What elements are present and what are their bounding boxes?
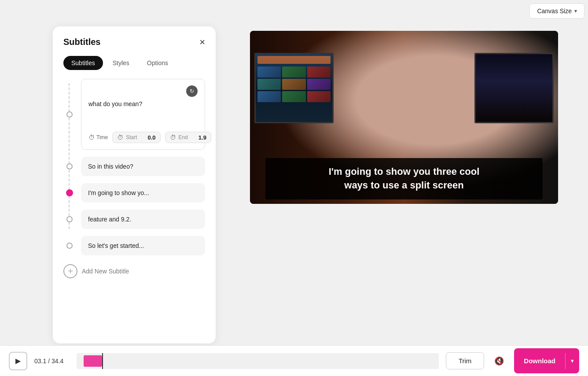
add-subtitle-button[interactable]: + Add New Subtitle [63, 264, 129, 278]
time-display: 03.1 / 34.4 [34, 358, 70, 365]
subtitles-panel: Subtitles × Subtitles Styles Options ↻ w… [53, 26, 216, 343]
clock-icon-start: ⏱ [117, 134, 123, 141]
bottom-bar: ▶ 03.1 / 34.4 Trim 🔇 Download ▾ [0, 345, 588, 376]
time-separator: / [46, 358, 51, 365]
download-main-button[interactable]: Download [514, 353, 565, 369]
clock-icon-1: ⏱ [88, 134, 95, 141]
subtitle-line2: ways to use a split screen [279, 179, 529, 192]
canvas-size-label: Canvas Size [537, 7, 572, 15]
end-time-input[interactable] [191, 134, 206, 141]
volume-button[interactable]: 🔇 [491, 353, 507, 369]
subtitle-item-5: So let's get started... [81, 236, 205, 255]
subtitle-card-1[interactable]: ↻ what do you mean? ⏱ Time ⏱ Start [81, 79, 205, 150]
video-container: I'm going to show you three cool ways to… [250, 31, 558, 204]
subtitle-overlay: I'm going to show you three cool ways to… [265, 158, 543, 199]
download-button-group: Download ▾ [514, 348, 579, 373]
close-button[interactable]: × [199, 37, 205, 47]
subtitle-card-4[interactable]: feature and 9.2. [81, 210, 205, 229]
timeline-dot-4 [66, 216, 73, 222]
panel-header: Subtitles × [63, 37, 205, 47]
subtitles-list: ↻ what do you mean? ⏱ Time ⏱ Start [63, 79, 205, 255]
start-time-group: ⏱ Start [112, 132, 160, 143]
subtitle-card-3[interactable]: I'm going to show yo... [81, 183, 205, 203]
subtitle-text-3: I'm going to show yo... [88, 189, 149, 196]
subtitle-item-2: So in this video? [81, 157, 205, 176]
add-subtitle-label: Add New Subtitle [82, 268, 129, 275]
subtitle-card-2[interactable]: So in this video? [81, 157, 205, 176]
trim-button[interactable]: Trim [446, 352, 484, 369]
time-total: 34.4 [51, 358, 63, 365]
refresh-icon-1[interactable]: ↻ [186, 85, 198, 97]
start-time-input[interactable] [140, 134, 156, 141]
play-button[interactable]: ▶ [9, 352, 27, 370]
subtitle-item-1: ↻ what do you mean? ⏱ Time ⏱ Start [81, 79, 205, 150]
clock-icon-end: ⏱ [170, 134, 176, 141]
timeline-pink-block [84, 355, 102, 367]
main-area: Subtitles × Subtitles Styles Options ↻ w… [0, 18, 588, 345]
add-circle-icon: + [63, 264, 77, 278]
monitor-left [254, 53, 334, 123]
time-current: 03.1 [34, 358, 46, 365]
subtitle-text-5: So let's get started... [88, 242, 144, 249]
timeline-cursor [102, 353, 103, 369]
panel-title: Subtitles [63, 37, 100, 47]
timeline-track[interactable] [77, 353, 439, 369]
chevron-down-icon: ▾ [574, 8, 577, 14]
tab-styles[interactable]: Styles [105, 56, 137, 70]
timeline-dot-3 [66, 189, 73, 196]
play-icon: ▶ [15, 357, 21, 365]
timeline-dot-5 [66, 243, 73, 249]
download-arrow-button[interactable]: ▾ [566, 353, 579, 369]
timeline-dot-1 [66, 111, 73, 118]
subtitle-card-5[interactable]: So let's get started... [81, 236, 205, 255]
tab-options[interactable]: Options [139, 56, 176, 70]
canvas-size-dropdown[interactable]: Canvas Size ▾ [529, 4, 584, 18]
subtitle-text-2: So in this video? [88, 163, 133, 170]
subtitle-line1: I'm going to show you three cool [279, 165, 529, 179]
timeline-line [69, 83, 70, 229]
timeline-dot-2 [66, 163, 73, 170]
monitor-right [474, 53, 554, 123]
tabs-container: Subtitles Styles Options [63, 56, 205, 70]
subtitle-text-4: feature and 9.2. [88, 216, 131, 223]
subtitle-item-4: feature and 9.2. [81, 210, 205, 229]
time-label: ⏱ Time [88, 134, 108, 141]
end-time-group: ⏱ End [165, 132, 211, 143]
subtitle-item-3: I'm going to show yo... [81, 183, 205, 203]
card-actions-1: ↻ [88, 85, 198, 97]
subtitle-textarea-1[interactable]: what do you mean? [88, 100, 198, 127]
video-area: I'm going to show you three cool ways to… [229, 26, 579, 204]
volume-icon: 🔇 [494, 356, 504, 366]
tab-subtitles[interactable]: Subtitles [63, 56, 103, 70]
time-row-1: ⏱ Time ⏱ Start ⏱ End [88, 132, 198, 143]
